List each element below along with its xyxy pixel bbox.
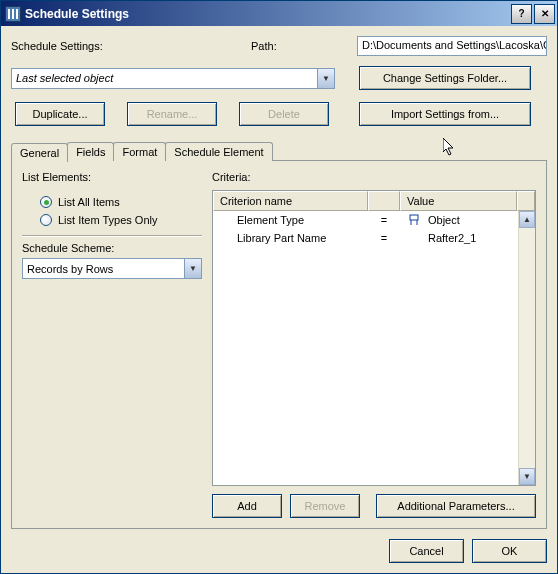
radio-icon [40, 214, 52, 226]
table-row[interactable]: Library Part Name=Rafter2_1 [213, 229, 535, 247]
col-criterion-name[interactable]: Criterion name [213, 191, 368, 211]
help-button[interactable]: ? [511, 4, 532, 24]
add-button[interactable]: Add [212, 494, 282, 518]
radio-label: List Item Types Only [58, 214, 157, 226]
change-settings-folder-button[interactable]: Change Settings Folder... [359, 66, 531, 90]
tab-general[interactable]: General [11, 143, 68, 162]
tab-fields[interactable]: Fields [67, 142, 114, 161]
object-icon [408, 214, 420, 226]
list-elements-label: List Elements: [22, 171, 202, 183]
radio-list-item-types-only[interactable]: List Item Types Only [40, 214, 202, 226]
tab-format[interactable]: Format [113, 142, 166, 161]
tabs: General Fields Format Schedule Element [11, 142, 547, 161]
col-value[interactable]: Value [400, 191, 517, 211]
schedule-scheme-select[interactable]: Records by Rows ▼ [22, 258, 202, 279]
criteria-grid: Criterion name Value Element Type=Object… [212, 190, 536, 486]
scroll-down-icon[interactable]: ▼ [519, 468, 535, 485]
tab-schedule-element[interactable]: Schedule Element [165, 142, 272, 161]
duplicate-button[interactable]: Duplicate... [15, 102, 105, 126]
scroll-up-icon[interactable]: ▲ [519, 211, 535, 228]
svg-rect-0 [410, 215, 418, 220]
window-title: Schedule Settings [25, 7, 509, 21]
delete-button[interactable]: Delete [239, 102, 329, 126]
schedule-scheme-value: Records by Rows [27, 263, 113, 275]
schedule-scheme-label: Schedule Scheme: [22, 242, 202, 254]
path-field[interactable]: D:\Documents and Settings\Lacoska\C [357, 36, 547, 56]
cell-value: Rafter2_1 [400, 232, 535, 244]
import-settings-button[interactable]: Import Settings from... [359, 102, 531, 126]
cell-criterion-name: Library Part Name [213, 232, 368, 244]
cell-operator: = [368, 214, 400, 226]
col-spacer [517, 191, 535, 211]
path-label: Path: [251, 40, 357, 52]
close-button[interactable]: ✕ [534, 4, 555, 24]
cancel-button[interactable]: Cancel [389, 539, 464, 563]
cell-value-text: Rafter2_1 [428, 232, 476, 244]
dropdown-arrow-icon[interactable]: ▼ [317, 69, 334, 88]
ok-button[interactable]: OK [472, 539, 547, 563]
object-dropdown-value: Last selected object [16, 72, 113, 84]
rename-button[interactable]: Rename... [127, 102, 217, 126]
scrollbar[interactable]: ▲ ▼ [518, 211, 535, 485]
cell-operator: = [368, 232, 400, 244]
remove-button[interactable]: Remove [290, 494, 360, 518]
radio-icon [40, 196, 52, 208]
additional-parameters-button[interactable]: Additional Parameters... [376, 494, 536, 518]
grid-body: Element Type=ObjectLibrary Part Name=Raf… [213, 211, 535, 485]
dropdown-arrow-icon[interactable]: ▼ [184, 259, 201, 278]
tab-panel-general: List Elements: List All Items List Item … [11, 160, 547, 529]
cell-value: Object [400, 214, 535, 226]
radio-list-all-items[interactable]: List All Items [40, 196, 202, 208]
titlebar: Schedule Settings ? ✕ [1, 1, 557, 26]
cell-criterion-name: Element Type [213, 214, 368, 226]
col-operator[interactable] [368, 191, 400, 211]
cell-value-text: Object [428, 214, 460, 226]
app-icon [5, 6, 21, 22]
grid-header: Criterion name Value [213, 191, 535, 211]
criteria-label: Criteria: [212, 171, 536, 183]
object-dropdown[interactable]: Last selected object ▼ [11, 68, 335, 89]
separator [22, 235, 202, 236]
settings-label: Schedule Settings: [11, 40, 251, 52]
radio-label: List All Items [58, 196, 120, 208]
table-row[interactable]: Element Type=Object [213, 211, 535, 229]
